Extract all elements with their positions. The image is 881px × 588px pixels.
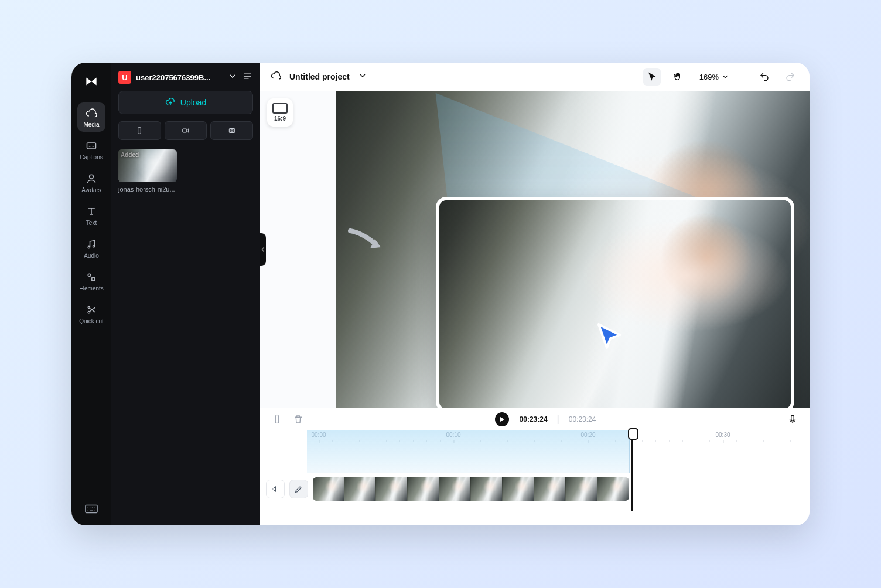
edit-track-button[interactable] — [289, 480, 308, 498]
ratio-rect-icon — [272, 103, 288, 114]
svg-rect-9 — [138, 128, 141, 134]
account-row[interactable]: U user22075676399B... — [118, 71, 253, 84]
nav-label: Audio — [77, 252, 105, 259]
asset-thumbnail[interactable]: Added — [118, 149, 177, 182]
voiceover-button[interactable] — [785, 412, 800, 427]
upload-label: Upload — [180, 98, 206, 107]
nav-media[interactable]: Media — [77, 102, 105, 132]
svg-rect-13 — [791, 415, 794, 421]
svg-point-4 — [88, 274, 91, 276]
pointer-cursor-icon — [594, 321, 624, 351]
svg-rect-12 — [231, 130, 233, 131]
delete-button[interactable] — [291, 412, 306, 427]
captions-icon — [77, 140, 105, 152]
keyboard-button[interactable] — [77, 500, 105, 518]
drag-preview-card — [436, 197, 794, 408]
main-area: Untitled project 169% 16:9 — [260, 63, 810, 525]
svg-rect-5 — [92, 278, 95, 281]
preview-canvas[interactable]: 16:9 — [260, 91, 810, 408]
drop-highlight — [307, 430, 630, 473]
current-time: 00:23:24 — [520, 415, 548, 423]
timeline-panel: 00:23:24 | 00:23:24 00:00 00:10 00:20 00… — [260, 408, 810, 525]
nav-label: Media — [77, 121, 105, 128]
nav-avatars[interactable]: Avatars — [77, 168, 105, 197]
asset-filename: jonas-horsch-ni2u... — [118, 186, 177, 193]
svg-rect-10 — [183, 129, 187, 132]
menu-icon[interactable] — [243, 71, 253, 84]
svg-point-7 — [88, 312, 90, 313]
media-asset-grid: Added jonas-horsch-ni2u... — [118, 147, 253, 193]
cloud-upload-icon — [165, 97, 176, 109]
preview-image — [439, 200, 791, 408]
device-filter-row — [118, 121, 253, 140]
tracks-area[interactable] — [260, 443, 810, 525]
avatar-icon — [77, 173, 105, 184]
drag-arrow-icon — [347, 227, 388, 254]
divider — [745, 71, 745, 83]
nav-rail: Media Captions Avatars Text Audio Elemen… — [71, 63, 111, 525]
user-avatar: U — [118, 71, 131, 84]
nav-label: Captions — [77, 154, 105, 161]
aspect-ratio-button[interactable]: 16:9 — [267, 98, 293, 127]
nav-captions[interactable]: Captions — [77, 135, 105, 165]
nav-text[interactable]: Text — [77, 201, 105, 230]
timeline-toolbar: 00:23:24 | 00:23:24 — [260, 408, 810, 430]
app-logo-icon[interactable] — [83, 73, 100, 90]
device-camera-button[interactable] — [165, 121, 207, 140]
nav-label: Text — [77, 220, 105, 227]
chevron-down-icon — [721, 73, 729, 81]
track-controls — [266, 480, 308, 498]
cloud-icon — [77, 107, 105, 119]
scissors-icon — [77, 304, 105, 316]
ratio-label: 16:9 — [274, 115, 286, 122]
svg-point-3 — [93, 245, 95, 247]
svg-point-2 — [88, 246, 90, 248]
zoom-dropdown[interactable]: 169% — [699, 73, 729, 81]
svg-point-1 — [90, 175, 94, 179]
playhead-line — [631, 429, 633, 511]
pointer-tool[interactable] — [643, 68, 661, 86]
text-icon — [77, 206, 105, 217]
media-sidebar: U user22075676399B... Upload Added jonas… — [111, 63, 260, 525]
collapse-sidebar-handle[interactable] — [260, 233, 266, 266]
svg-point-6 — [88, 306, 90, 308]
nav-label: Quick cut — [77, 318, 105, 325]
device-screen-button[interactable] — [210, 121, 253, 140]
undo-button[interactable] — [756, 68, 773, 86]
nav-label: Elements — [77, 285, 105, 292]
chevron-down-icon[interactable] — [227, 71, 238, 84]
app-frame: Media Captions Avatars Text Audio Elemen… — [71, 63, 810, 525]
video-clip[interactable] — [313, 477, 629, 501]
playhead-handle[interactable] — [628, 428, 638, 440]
nav-quick-cut[interactable]: Quick cut — [77, 299, 105, 329]
mute-track-button[interactable] — [266, 480, 285, 498]
time-separator: | — [557, 414, 559, 425]
asset-added-badge: Added — [121, 152, 139, 158]
split-button[interactable] — [269, 412, 285, 427]
svg-rect-11 — [229, 129, 234, 133]
svg-rect-8 — [86, 505, 97, 513]
media-asset[interactable]: Added jonas-horsch-ni2u... — [118, 149, 177, 193]
music-icon — [77, 238, 105, 250]
svg-rect-0 — [87, 143, 96, 149]
cloud-sync-icon[interactable] — [271, 70, 281, 83]
play-button[interactable] — [495, 412, 509, 426]
zoom-value: 169% — [699, 73, 719, 81]
user-name: user22075676399B... — [136, 73, 223, 82]
total-time: 00:23:24 — [569, 415, 596, 423]
nav-audio[interactable]: Audio — [77, 234, 105, 263]
topbar: Untitled project 169% — [260, 63, 810, 91]
chevron-down-icon[interactable] — [358, 71, 367, 83]
project-title[interactable]: Untitled project — [289, 72, 350, 81]
playhead[interactable] — [631, 429, 633, 511]
shapes-icon — [77, 271, 105, 283]
nav-elements[interactable]: Elements — [77, 266, 105, 296]
device-phone-button[interactable] — [118, 121, 161, 140]
redo-button[interactable] — [781, 68, 799, 86]
nav-label: Avatars — [77, 187, 105, 194]
upload-button[interactable]: Upload — [118, 91, 253, 114]
ruler-tick: 00:30 — [715, 432, 730, 438]
hand-tool[interactable] — [669, 68, 687, 86]
